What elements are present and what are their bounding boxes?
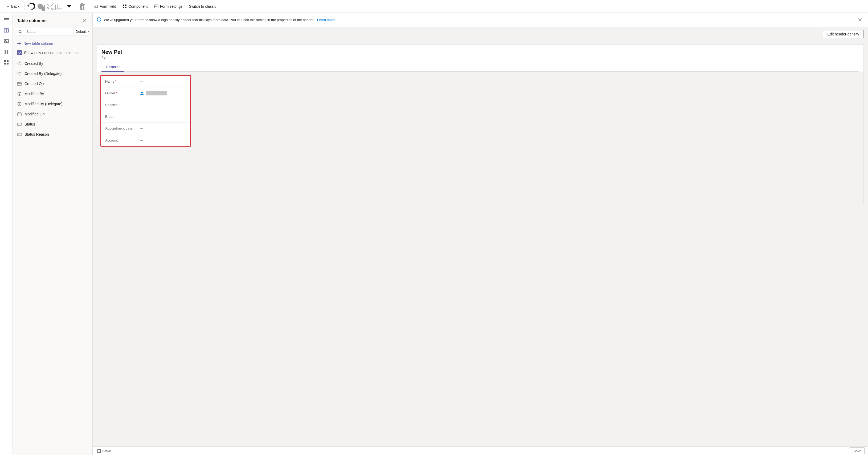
show-unused-label: Show only unused table columns [24, 51, 79, 55]
sidebar-item-created-on[interactable]: Created On [13, 79, 92, 89]
modified-by-delegate-icon [17, 102, 22, 106]
back-icon: ← [6, 4, 9, 8]
svg-rect-8 [4, 18, 9, 19]
redo-icon [36, 2, 45, 11]
svg-line-21 [21, 32, 22, 33]
form-value-name: --- [140, 80, 143, 83]
form-settings-button[interactable]: Form settings [152, 3, 185, 10]
created-by-delegate-icon [17, 71, 22, 76]
form-value-account: --- [140, 138, 143, 142]
form-settings-label: Form settings [160, 4, 183, 8]
sidebar-item-modified-by-delegate[interactable]: Modified By (Delegate) [13, 99, 92, 109]
required-star-name: * [115, 80, 116, 83]
new-table-column-button[interactable]: New table column [13, 39, 92, 48]
banner-close-button[interactable] [856, 16, 864, 24]
sidebar-close-button[interactable] [81, 17, 88, 25]
rail-layers-button[interactable] [2, 47, 11, 57]
form-row-breed: Breed --- [101, 111, 190, 123]
copy-button[interactable] [55, 2, 64, 11]
sidebar-item-status-reason[interactable]: Status Reason [13, 129, 92, 139]
form-row-account: Account --- [101, 134, 190, 146]
chevron-down-icon [65, 2, 73, 11]
status-text: Active [102, 449, 111, 453]
modified-by-label: Modified By [25, 92, 44, 96]
undo-button[interactable] [27, 2, 35, 11]
sidebar-item-created-by-delegate[interactable]: Created By (Delegate) [13, 68, 92, 79]
sidebar-item-created-by[interactable]: Created By [13, 58, 92, 68]
form-label-name: Name* [105, 80, 140, 83]
status-reason-label: Status Reason [25, 132, 49, 137]
modified-by-icon [17, 91, 22, 96]
created-by-label: Created By [25, 61, 43, 65]
sidebar-item-status[interactable]: Status [13, 119, 92, 129]
component-icon [122, 4, 127, 8]
form-value-breed: --- [140, 115, 143, 119]
more-button[interactable] [65, 2, 73, 11]
show-unused-checkbox-row[interactable]: Show only unused table columns [13, 48, 92, 58]
svg-rect-43 [18, 133, 21, 136]
rail-hamburger-button[interactable] [2, 15, 11, 25]
form-value-appointment-date: --- [140, 126, 143, 130]
svg-rect-10 [4, 21, 9, 21]
sidebar-item-modified-by[interactable]: Modified By [13, 89, 92, 99]
grid-icon [4, 60, 9, 65]
component-label: Component [128, 4, 148, 8]
show-unused-checkbox[interactable] [17, 50, 22, 55]
filter-dropdown-button[interactable]: Default [73, 29, 89, 35]
sidebar-search-bar: Default [16, 28, 89, 35]
learn-more-link[interactable]: Learn more [317, 18, 335, 22]
component-button[interactable]: Component [120, 3, 150, 10]
tab-general[interactable]: General [101, 63, 124, 72]
status-reason-icon [17, 132, 22, 137]
svg-rect-4 [125, 4, 126, 6]
header-density-row: Edit header density [93, 27, 868, 40]
cut-button[interactable] [46, 2, 54, 11]
svg-rect-38 [18, 113, 21, 116]
form-field-button[interactable]: Form field [91, 3, 119, 10]
switch-classic-button[interactable]: Switch to classic [186, 3, 219, 10]
rail-grid-button[interactable] [2, 58, 11, 67]
layers-icon [4, 49, 9, 54]
svg-rect-19 [7, 63, 8, 64]
form-value-species: --- [140, 103, 143, 107]
content-area: We've upgraded your form to show a high … [93, 13, 868, 455]
switch-classic-label: Switch to classic [189, 4, 216, 8]
rail-image-button[interactable] [2, 36, 11, 46]
form-canvas: New Pet Pet General Name* --- Owner* [93, 40, 868, 447]
search-input[interactable] [24, 28, 73, 35]
form-settings-icon [154, 4, 158, 8]
form-title: New Pet [101, 49, 859, 55]
svg-rect-14 [4, 39, 8, 42]
banner-text: We've upgraded your form to show a high … [104, 18, 314, 22]
form-row-species: Species --- [101, 99, 190, 111]
form-subtitle: Pet [101, 56, 859, 59]
owner-blurred-value [146, 91, 167, 95]
sidebar-item-modified-on[interactable]: Modified On [13, 109, 92, 119]
plus-icon [17, 41, 21, 46]
form-label-account: Account [105, 138, 140, 142]
expand-button[interactable] [96, 448, 102, 454]
svg-rect-18 [4, 63, 6, 64]
rail-table-columns-button[interactable] [2, 26, 11, 35]
delete-button[interactable] [78, 2, 87, 11]
svg-rect-17 [7, 60, 8, 62]
save-button[interactable]: Save [850, 448, 865, 454]
svg-point-26 [19, 73, 20, 74]
toolbar-separator-1 [24, 3, 25, 10]
svg-rect-7 [154, 5, 158, 8]
form-row-appointment-date: Appointment date --- [101, 123, 190, 134]
form-label-breed: Breed [105, 115, 140, 119]
filter-chevron-icon [88, 30, 89, 33]
toolbar-separator-3 [89, 3, 89, 10]
redo-button[interactable] [36, 2, 45, 11]
icon-rail [0, 13, 13, 455]
modified-on-label: Modified On [25, 112, 44, 116]
status-bar-right: Save [850, 448, 865, 454]
status-icon [17, 122, 22, 126]
created-by-delegate-label: Created By (Delegate) [25, 72, 62, 76]
banner-close-icon [859, 18, 862, 21]
sidebar: Table columns Default New table column S… [13, 13, 93, 455]
edit-header-density-button[interactable]: Edit header density [823, 30, 864, 38]
back-button[interactable]: ← Back [3, 3, 22, 10]
sidebar-column-list: Created By Created By (Delegate) Created… [13, 58, 92, 455]
